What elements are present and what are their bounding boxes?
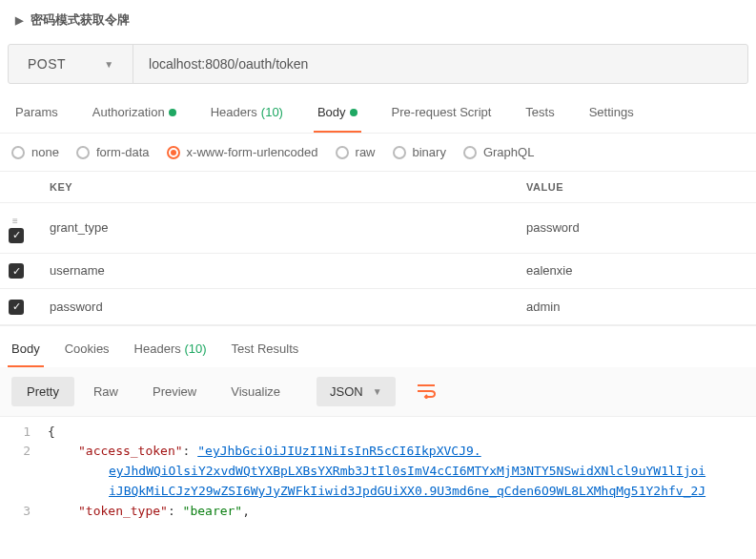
resp-tab-headers[interactable]: Headers (10) [131,336,211,367]
param-key[interactable]: password [38,289,515,325]
language-select[interactable]: JSON ▼ [317,377,396,406]
http-method-select[interactable]: POST ▼ [9,45,133,83]
body-type-none[interactable]: none [11,145,59,159]
body-type-graphql[interactable]: GraphQL [463,145,534,159]
param-key[interactable]: username [38,253,515,289]
status-dot-icon [350,109,358,116]
response-viewer-bar: Pretty Raw Preview Visualize JSON ▼ [0,367,756,417]
wrap-lines-icon[interactable] [417,383,436,399]
resp-tab-test-results[interactable]: Test Results [228,336,303,367]
body-params-table: KEY VALUE ≡ ✓ grant_type password ✓ user… [0,172,756,325]
checkbox-checked-icon[interactable]: ✓ [9,263,24,279]
view-pretty-button[interactable]: Pretty [11,377,74,406]
body-type-binary[interactable]: binary [393,145,446,159]
chevron-down-icon: ▼ [373,386,382,397]
radio-icon [11,146,25,159]
view-visualize-button[interactable]: Visualize [215,377,296,406]
value-column-header: VALUE [515,172,756,203]
tab-headers[interactable]: Headers (10) [207,95,287,133]
language-label: JSON [330,384,363,399]
checkbox-checked-icon[interactable]: ✓ [9,300,24,315]
radio-icon [336,146,349,159]
radio-icon [463,146,477,159]
body-type-urlencoded[interactable]: x-www-form-urlencoded [167,145,318,159]
tab-body[interactable]: Body [314,95,361,133]
line-number [0,482,48,502]
tab-params[interactable]: Params [11,95,62,133]
body-type-raw[interactable]: raw [336,145,376,159]
request-bar: POST ▼ localhost:8080/oauth/token [8,44,748,84]
checkbox-checked-icon[interactable]: ✓ [9,228,24,243]
body-type-selector: none form-data x-www-form-urlencoded raw… [0,134,756,172]
line-number [0,462,48,482]
view-preview-button[interactable]: Preview [137,377,212,406]
table-row[interactable]: ≡ ✓ grant_type password [0,203,756,254]
request-tabs: Params Authorization Headers (10) Body P… [0,95,756,134]
body-type-form-data[interactable]: form-data [76,145,150,159]
request-collapse-header[interactable]: ▶ 密码模式获取令牌 [0,0,756,40]
line-number: 3 [0,502,48,522]
url-input[interactable]: localhost:8080/oauth/token [133,45,747,83]
radio-icon [76,146,90,159]
response-body-viewer[interactable]: 1 { 2 "access_token": "eyJhbGciOiJIUzI1N… [0,417,756,531]
view-raw-button[interactable]: Raw [78,377,133,406]
tab-prerequest[interactable]: Pre-request Script [388,95,496,133]
caret-right-icon: ▶ [15,14,23,27]
radio-icon [393,146,406,159]
radio-selected-icon [167,146,180,159]
resp-tab-body[interactable]: Body [8,336,44,367]
http-method-label: POST [28,56,66,72]
table-row[interactable]: ✓ password admin [0,289,756,325]
request-title: 密码模式获取令牌 [31,11,130,29]
table-row[interactable]: ✓ username ealenxie [0,253,756,289]
response-tabs: Body Cookies Headers (10) Test Results [0,325,756,367]
key-column-header: KEY [38,172,515,203]
param-value[interactable]: admin [515,289,756,325]
tab-settings[interactable]: Settings [585,95,638,133]
tab-tests[interactable]: Tests [521,95,558,133]
line-number: 2 [0,442,48,462]
status-dot-icon [169,109,176,116]
drag-handle-icon[interactable]: ≡ [12,216,20,226]
param-value[interactable]: ealenxie [515,253,756,289]
chevron-down-icon: ▼ [104,59,113,70]
url-text: localhost:8080/oauth/token [149,56,308,72]
tab-authorization[interactable]: Authorization [89,95,180,133]
resp-tab-cookies[interactable]: Cookies [61,336,113,367]
view-mode-group: Pretty Raw Preview Visualize [11,377,296,406]
line-number: 1 [0,423,48,443]
param-value[interactable]: password [515,203,756,254]
param-key[interactable]: grant_type [38,203,515,254]
